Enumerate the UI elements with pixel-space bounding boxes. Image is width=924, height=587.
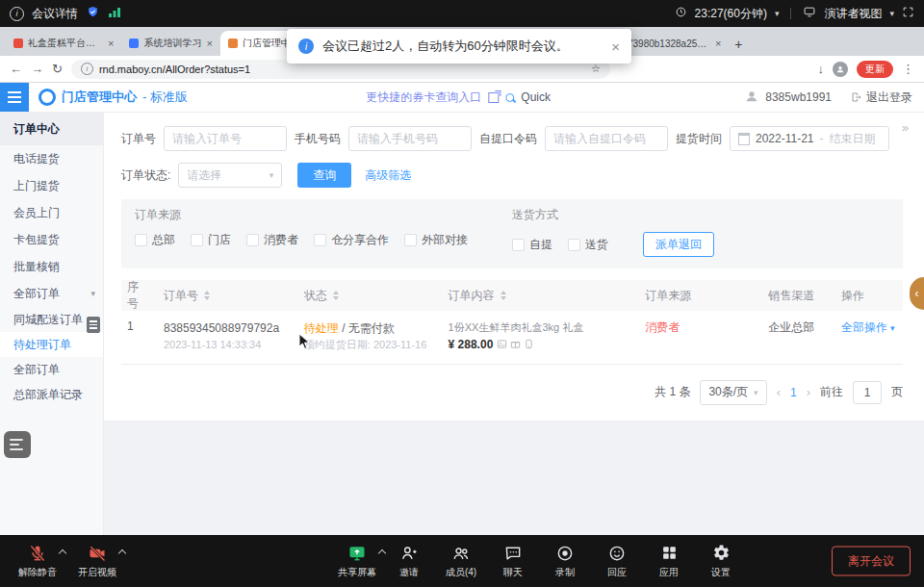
reaction-button[interactable]: 回应 bbox=[591, 544, 643, 579]
collapse-panel-icon[interactable]: » bbox=[902, 120, 909, 135]
checkbox-source-external[interactable]: 外部对接 bbox=[404, 232, 468, 248]
apps-button[interactable]: 应用 bbox=[643, 544, 695, 579]
app-title: 门店管理中心 bbox=[62, 89, 137, 106]
checkbox-source-store[interactable]: 门店 bbox=[191, 232, 231, 248]
leave-meeting-button[interactable]: 离开会议 bbox=[832, 547, 911, 576]
checkbox-source-consumer[interactable]: 消费者 bbox=[246, 232, 298, 248]
page-number[interactable]: 1 bbox=[790, 386, 797, 399]
network-signal-icon[interactable] bbox=[108, 6, 121, 21]
back-icon[interactable]: ← bbox=[10, 62, 22, 76]
date-end-placeholder[interactable]: 结束日期 bbox=[830, 131, 876, 147]
checkbox-source-warehouse-coop[interactable]: 仓分享合作 bbox=[314, 232, 389, 248]
sort-icons[interactable] bbox=[500, 291, 506, 300]
tab-close-icon[interactable]: × bbox=[206, 38, 212, 49]
sidebar-item-member-visit[interactable]: 会员上门 bbox=[0, 199, 103, 226]
checkbox-label: 仓分享合作 bbox=[331, 232, 389, 248]
tab-title: 系统培训学习 bbox=[143, 37, 201, 50]
app-logo: 门店管理中心 - 标准版 bbox=[38, 89, 188, 106]
username[interactable]: 8385wb1991 bbox=[765, 90, 832, 104]
invite-button[interactable]: 邀请 bbox=[383, 544, 435, 579]
quick-label[interactable]: Quick bbox=[521, 90, 551, 104]
checkbox-delivery-send[interactable]: 送货 bbox=[568, 237, 608, 253]
order-no-input[interactable] bbox=[164, 126, 287, 151]
chat-button[interactable]: 聊天 bbox=[487, 544, 539, 579]
new-tab-button[interactable]: + bbox=[734, 37, 742, 52]
view-mode-label[interactable]: 演讲者视图 bbox=[824, 6, 882, 22]
checkbox-source-hq[interactable]: 总部 bbox=[135, 232, 175, 248]
view-mode-icon bbox=[803, 6, 816, 21]
browser-tab[interactable]: 礼盒蛋糕平台管理中心 × bbox=[6, 31, 121, 56]
browser-tab[interactable]: 系统培训学习 × bbox=[121, 31, 219, 56]
order-status-select[interactable]: 请选择 ▾ bbox=[178, 163, 282, 188]
fullscreen-icon[interactable] bbox=[902, 6, 914, 21]
sidebar-item-batch-verify[interactable]: 批量核销 bbox=[0, 253, 103, 280]
record-button[interactable]: 录制 bbox=[539, 544, 591, 579]
meeting-details-label[interactable]: 会议详情 bbox=[32, 6, 78, 22]
goto-page-input[interactable] bbox=[853, 381, 882, 404]
date-range-picker[interactable]: 2022-11-21 - 结束日期 bbox=[730, 126, 889, 151]
menu-kebab-icon[interactable]: ⋮ bbox=[902, 62, 914, 76]
sidebar-drag-handle-icon[interactable] bbox=[87, 317, 100, 333]
checkbox-icon bbox=[512, 239, 525, 251]
settings-button[interactable]: 设置 bbox=[695, 544, 747, 579]
all-actions-dropdown[interactable]: 全部操作 ▾ bbox=[841, 319, 895, 336]
timer-dropdown-icon[interactable]: ▾ bbox=[775, 9, 780, 18]
screen: i 会议详情 23:27(60分钟) ▾ 演讲者视图 ▾ bbox=[0, 0, 924, 587]
search-icon[interactable] bbox=[505, 93, 514, 102]
meeting-bottombar: 解除静音 开启视频 bbox=[0, 535, 924, 587]
site-info-icon[interactable]: i bbox=[81, 63, 93, 75]
sidebar-item-door-pickup[interactable]: 上门提货 bbox=[0, 172, 103, 199]
share-screen-label: 共享屏幕 bbox=[338, 566, 376, 579]
sidebar-item-card-pickup[interactable]: 卡包提货 bbox=[0, 226, 103, 253]
delivery-method-options: 自提 送货 派单退回 bbox=[512, 232, 714, 257]
toast-close-icon[interactable]: × bbox=[611, 38, 620, 55]
unmute-button[interactable]: 解除静音 bbox=[12, 544, 64, 579]
logout-button[interactable]: 退出登录 bbox=[851, 89, 912, 106]
start-video-button[interactable]: 开启视频 bbox=[71, 544, 123, 579]
external-link-icon[interactable] bbox=[488, 92, 499, 103]
prev-page-icon[interactable]: ‹ bbox=[777, 385, 781, 399]
col-status: 状态 bbox=[298, 288, 443, 304]
tab-close-icon[interactable]: × bbox=[715, 38, 721, 49]
bookmark-star-icon[interactable]: ☆ bbox=[591, 63, 601, 75]
advanced-filter-link[interactable]: 高级筛选 bbox=[365, 167, 411, 184]
reload-icon[interactable]: ↻ bbox=[52, 62, 63, 76]
page-size-select[interactable]: 30条/页 ▾ bbox=[700, 380, 766, 405]
hamburger-menu-icon[interactable] bbox=[0, 83, 29, 112]
sort-icons[interactable] bbox=[204, 291, 210, 300]
sidebar-item-all-orders[interactable]: 全部订单 bbox=[0, 357, 103, 382]
status-extra: / 无需付款 bbox=[342, 321, 395, 335]
camera-off-icon bbox=[88, 544, 107, 563]
video-options-chevron[interactable] bbox=[118, 549, 126, 556]
sort-icons[interactable] bbox=[333, 291, 339, 300]
dispatch-return-button[interactable]: 派单退回 bbox=[643, 232, 714, 257]
browser-update-button[interactable]: 更新 bbox=[857, 61, 893, 78]
downloads-icon[interactable]: ↓ bbox=[818, 62, 825, 76]
sidebar-group-all-orders[interactable]: 全部订单 ▾ bbox=[0, 280, 103, 307]
checkbox-delivery-pickup[interactable]: 自提 bbox=[512, 237, 552, 253]
date-start-value[interactable]: 2022-11-21 bbox=[756, 132, 814, 145]
forward-icon[interactable]: → bbox=[31, 62, 43, 76]
phone-input[interactable] bbox=[348, 126, 472, 151]
floating-list-tool-icon[interactable] bbox=[4, 431, 31, 458]
tab-favicon bbox=[129, 38, 139, 48]
tab-close-icon[interactable]: × bbox=[108, 38, 114, 49]
security-shield-icon[interactable] bbox=[86, 5, 100, 22]
col-order-no: 订单号 bbox=[158, 288, 298, 304]
app-logo-icon bbox=[38, 89, 56, 106]
pickup-code-input[interactable] bbox=[545, 126, 668, 151]
search-button[interactable]: 查询 bbox=[297, 163, 351, 188]
chevron-left-icon: ‹ bbox=[915, 287, 919, 300]
mic-options-chevron[interactable] bbox=[59, 549, 66, 556]
sidebar-item-hq-dispatch-records[interactable]: 总部派单记录 bbox=[0, 382, 103, 407]
sidebar-group-label: 全部订单 bbox=[13, 280, 60, 307]
sidebar-item-phone-pickup[interactable]: 电话提货 bbox=[0, 145, 103, 172]
quick-entry-link[interactable]: 更快捷的券卡查询入口 bbox=[366, 89, 481, 106]
view-dropdown-icon[interactable]: ▾ bbox=[889, 9, 894, 18]
members-button[interactable]: 成员(4) bbox=[435, 544, 487, 579]
bottombar-center: 共享屏幕 邀请 成员(4) bbox=[331, 544, 747, 579]
sidebar-item-pending-orders[interactable]: 待处理订单 bbox=[0, 332, 103, 357]
next-page-icon[interactable]: › bbox=[807, 385, 810, 399]
share-screen-button[interactable]: 共享屏幕 bbox=[331, 544, 383, 579]
browser-profile-avatar[interactable] bbox=[833, 62, 848, 77]
